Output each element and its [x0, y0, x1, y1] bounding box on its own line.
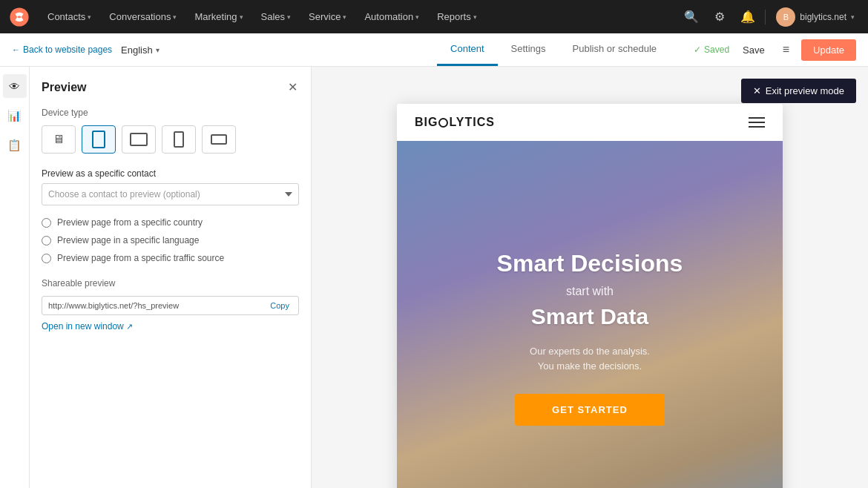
contact-section-label: Preview as a specific contact [42, 168, 299, 179]
open-in-new-window-link[interactable]: Open in new window ↗ [42, 321, 299, 332]
mobile-portrait-icon [174, 131, 184, 148]
nav-right-actions: 🔍 ⚙ 🔔 B biglytics.net ▾ [680, 4, 859, 30]
nav-sales[interactable]: Sales ▾ [254, 7, 299, 27]
preview-hero-section: Smart Decisions start with Smart Data Ou… [397, 141, 783, 488]
shareable-preview-section: Shareable preview http://www.biglytics.n… [42, 278, 299, 332]
shareable-label: Shareable preview [42, 278, 299, 288]
second-bar: Back to website pages English ▾ Content … [0, 33, 868, 67]
preview-title: Preview [42, 81, 86, 94]
chevron-down-icon: ▾ [287, 13, 291, 21]
device-tablet-landscape-button[interactable] [122, 125, 156, 154]
exit-preview-button[interactable]: ✕ Exit preview mode [741, 79, 856, 103]
tablet-landscape-icon [130, 133, 148, 146]
settings-icon[interactable]: ⚙ [708, 6, 731, 28]
update-button[interactable]: Update [801, 39, 856, 61]
country-radio[interactable] [42, 218, 51, 228]
close-preview-button[interactable]: ✕ [286, 79, 299, 96]
device-type-selector [42, 125, 299, 154]
toolbar-right: ✓ Saved Save ≡ Update [694, 39, 856, 61]
search-icon[interactable]: 🔍 [680, 6, 703, 28]
nav-contacts[interactable]: Contacts ▾ [40, 7, 99, 27]
close-icon: ✕ [753, 85, 761, 96]
hubspot-logo [9, 7, 30, 27]
main-area: 👁 📊 📋 Preview ✕ Device type [0, 67, 868, 488]
content-area: ✕ Exit preview mode BIGLYTICS Smart Deci… [312, 67, 868, 488]
device-type-label: Device type [42, 108, 299, 118]
chevron-down-icon: ▾ [415, 13, 419, 21]
desktop-icon [53, 133, 65, 146]
contact-preview-section: Preview as a specific contact Choose a c… [42, 168, 299, 205]
nav-marketing[interactable]: Marketing ▾ [187, 7, 250, 27]
preview-options-group: Preview page from a specific country Pre… [42, 217, 299, 263]
mobile-landscape-icon [211, 134, 227, 145]
chart-icon[interactable]: 📊 [3, 104, 27, 128]
side-icons: 👁 📊 📋 [0, 67, 30, 488]
hero-subheading: Smart Data [531, 304, 648, 329]
traffic-radio-item[interactable]: Preview page from a specific traffic sou… [42, 253, 299, 263]
preview-hamburger-icon [749, 117, 765, 128]
hero-subtext: start with [566, 285, 614, 298]
chevron-down-icon: ▾ [343, 13, 346, 21]
language-radio[interactable] [42, 236, 51, 245]
traffic-radio[interactable] [42, 254, 51, 263]
notifications-icon[interactable]: 🔔 [737, 6, 759, 28]
external-link-icon: ↗ [126, 322, 133, 332]
chevron-down-icon: ▾ [173, 13, 177, 21]
preview-site-nav: BIGLYTICS [397, 104, 783, 141]
shareable-url-row: http://www.biglytics.net/?hs_preview Cop… [42, 296, 299, 315]
nav-automation[interactable]: Automation ▾ [357, 7, 427, 27]
preview-site-logo: BIGLYTICS [415, 116, 495, 129]
language-selector[interactable]: English ▾ [121, 44, 160, 56]
hero-cta-button[interactable]: GET STARTED [515, 394, 665, 426]
back-to-pages-link[interactable]: Back to website pages [12, 44, 112, 55]
nav-service[interactable]: Service ▾ [301, 7, 354, 27]
shareable-url: http://www.biglytics.net/?hs_preview [48, 301, 263, 310]
device-mobile-portrait-button[interactable] [162, 125, 196, 154]
save-button[interactable]: Save [737, 42, 771, 59]
preview-panel: Preview ✕ Device type Preview as a speci… [30, 67, 312, 488]
svg-point-0 [10, 7, 28, 26]
device-desktop-button[interactable] [42, 125, 76, 154]
nav-conversations[interactable]: Conversations ▾ [102, 7, 184, 27]
avatar: B [776, 7, 795, 27]
nav-reports[interactable]: Reports ▾ [430, 7, 484, 27]
language-label: English [121, 44, 153, 56]
chevron-down-icon: ▾ [88, 13, 91, 21]
tab-settings[interactable]: Settings [498, 33, 559, 66]
nav-divider [765, 10, 766, 24]
more-options-button[interactable]: ≡ [778, 40, 794, 59]
preview-header: Preview ✕ [42, 79, 299, 96]
book-icon[interactable]: 📋 [3, 133, 27, 157]
chevron-down-icon: ▾ [240, 13, 243, 21]
device-tablet-portrait-button[interactable] [82, 125, 116, 154]
checkmark-icon: ✓ [694, 44, 701, 55]
account-menu[interactable]: B biglytics.net ▾ [772, 4, 859, 30]
country-radio-item[interactable]: Preview page from a specific country [42, 217, 299, 228]
tab-publish[interactable]: Publish or schedule [559, 33, 670, 66]
chevron-down-icon: ▾ [473, 13, 477, 21]
hero-description: Our experts do the analysis.You make the… [530, 344, 650, 373]
language-radio-item[interactable]: Preview page in a specific language [42, 235, 299, 245]
hero-heading: Smart Decisions [497, 249, 683, 277]
chevron-down-icon: ▾ [156, 46, 160, 54]
tab-content[interactable]: Content [437, 33, 498, 66]
website-preview-frame: BIGLYTICS Smart Decisions start with Sma… [397, 104, 783, 488]
eye-icon[interactable]: 👁 [3, 74, 27, 98]
device-mobile-landscape-button[interactable] [202, 125, 236, 154]
account-label: biglytics.net [800, 12, 846, 22]
saved-status: ✓ Saved [694, 44, 729, 55]
tab-group: Content Settings Publish or schedule [437, 33, 670, 66]
tablet-portrait-icon [92, 131, 105, 148]
copy-url-button[interactable]: Copy [267, 300, 292, 311]
top-navigation: Contacts ▾ Conversations ▾ Marketing ▾ S… [0, 0, 868, 33]
chevron-down-icon: ▾ [851, 13, 855, 21]
contact-select[interactable]: Choose a contact to preview (optional) [42, 183, 299, 205]
